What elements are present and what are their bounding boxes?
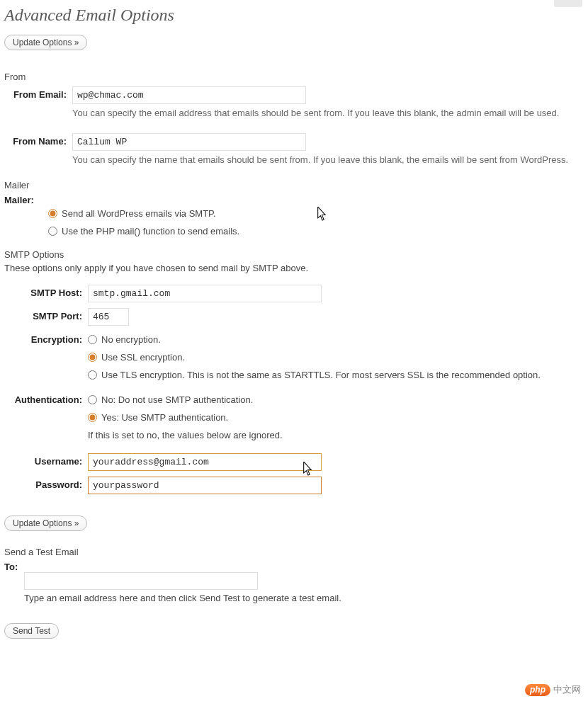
test-email-heading: Send a Test Email: [4, 547, 584, 557]
update-options-button-top[interactable]: Update Options »: [4, 35, 87, 50]
mailer-php-radio[interactable]: [48, 227, 57, 236]
password-input[interactable]: [88, 477, 322, 494]
from-email-description: You can specify the email address that e…: [72, 107, 582, 120]
from-heading: From: [4, 72, 584, 82]
test-description: Type an email address here and then clic…: [24, 593, 584, 603]
encryption-tls-label: Use TLS encryption. This is not the same…: [101, 370, 541, 380]
username-label: Username:: [4, 452, 88, 467]
from-email-label: From Email:: [4, 85, 72, 100]
smtp-description: These options only apply if you have cho…: [4, 263, 584, 273]
auth-no-radio[interactable]: [88, 395, 97, 404]
encryption-none-label: No encryption.: [101, 334, 161, 345]
auth-note: If this is set to no, the values below a…: [88, 430, 584, 440]
update-options-button-bottom[interactable]: Update Options »: [4, 516, 87, 531]
auth-no-label: No: Do not use SMTP authentication.: [101, 394, 253, 405]
encryption-ssl-radio[interactable]: [88, 353, 97, 362]
from-name-description: You can specify the name that emails sho…: [72, 154, 582, 167]
encryption-tls-radio[interactable]: [88, 370, 97, 380]
password-label: Password:: [4, 475, 88, 490]
smtp-port-input[interactable]: [88, 308, 129, 326]
auth-yes-radio[interactable]: [88, 413, 97, 422]
mailer-smtp-radio[interactable]: [48, 209, 57, 218]
test-to-label: To:: [4, 562, 584, 572]
smtp-port-label: SMTP Port:: [4, 307, 88, 321]
smtp-host-input[interactable]: [88, 285, 322, 302]
screen-options-tab-collapsed[interactable]: [554, 0, 582, 7]
encryption-ssl-label: Use SSL encryption.: [101, 352, 185, 363]
test-to-input[interactable]: [24, 572, 258, 590]
from-name-input[interactable]: [72, 133, 306, 151]
smtp-heading: SMTP Options: [4, 249, 584, 260]
mailer-heading: Mailer: [4, 180, 584, 190]
mailer-smtp-label: Send all WordPress emails via SMTP.: [62, 208, 216, 219]
smtp-host-label: SMTP Host:: [4, 283, 88, 298]
send-test-button[interactable]: Send Test: [4, 623, 59, 639]
from-email-input[interactable]: [72, 86, 306, 104]
encryption-none-radio[interactable]: [88, 335, 97, 344]
from-name-label: From Name:: [4, 132, 72, 147]
authentication-label: Authentication:: [4, 390, 88, 405]
mailer-php-label: Use the PHP mail() function to send emai…: [62, 226, 239, 237]
page-title: Advanced Email Options: [4, 0, 584, 35]
auth-yes-label: Yes: Use SMTP authentication.: [101, 412, 228, 423]
mailer-label: Mailer:: [4, 193, 47, 205]
encryption-label: Encryption:: [4, 330, 88, 345]
username-input[interactable]: [88, 453, 322, 471]
